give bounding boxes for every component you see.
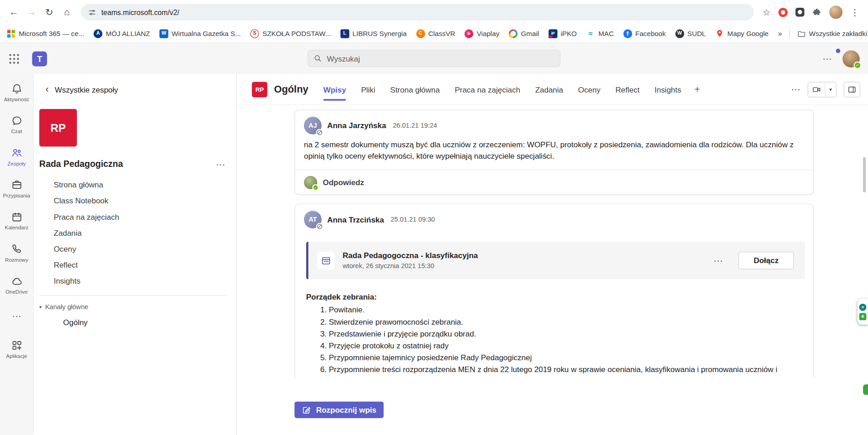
rail-label: Rozmowy bbox=[5, 256, 28, 262]
rail-item-activity[interactable]: Aktywność bbox=[0, 76, 33, 108]
all-teams-back-button[interactable]: ‹ Wszystkie zespoły bbox=[34, 83, 236, 95]
bookmark-label: SZKOŁA PODSTAW... bbox=[262, 30, 331, 37]
post-body: Porządek zebrania: Powitanie. Stwierdzen… bbox=[295, 280, 813, 378]
reply-avatar: ✓ bbox=[304, 176, 317, 189]
address-bar[interactable]: teams.microsoft.com/v2/ bbox=[81, 4, 754, 20]
compose-pencil-icon bbox=[302, 405, 311, 415]
sidebar-item-assignments[interactable]: Zadania bbox=[34, 224, 236, 240]
meet-split-button[interactable]: ▾ bbox=[808, 82, 837, 97]
sidebar-item-insights[interactable]: Insights bbox=[34, 273, 236, 289]
bookmark-item[interactable]: CClassVR bbox=[416, 29, 455, 38]
tab-files[interactable]: Pliki bbox=[361, 74, 375, 105]
teams-profile-avatar[interactable]: ✓ bbox=[842, 50, 860, 67]
browser-profile-avatar[interactable] bbox=[829, 5, 842, 19]
channel-more-icon[interactable]: ⋯ bbox=[791, 85, 800, 94]
chevron-down-icon[interactable]: ▾ bbox=[825, 82, 836, 97]
sidebar-item-home[interactable]: Strona główna bbox=[34, 176, 236, 192]
tab-insights[interactable]: Insights bbox=[654, 74, 681, 105]
browser-menu-icon[interactable]: ⋮ bbox=[850, 7, 859, 17]
scrollbar-thumb[interactable] bbox=[863, 157, 866, 192]
tab-assignments[interactable]: Zadania bbox=[535, 74, 563, 105]
adblock-extension-icon[interactable] bbox=[778, 7, 788, 17]
team-sidebar: ‹ Wszystkie zespoły RP Rada Pedagogiczna… bbox=[33, 74, 237, 435]
phone-icon bbox=[11, 243, 22, 254]
bookmark-item[interactable]: Microsoft 365 — ce... bbox=[7, 29, 84, 38]
open-panel-button[interactable] bbox=[844, 82, 860, 97]
rail-item-assignments[interactable]: Przypisania bbox=[0, 172, 33, 204]
app-launcher-icon[interactable] bbox=[8, 53, 20, 64]
allianz-icon: A bbox=[94, 29, 102, 38]
team-avatar[interactable]: RP bbox=[39, 109, 77, 146]
all-bookmarks-label: Wszystkie zakładki bbox=[809, 30, 867, 37]
back-button[interactable]: ← bbox=[5, 4, 22, 20]
rail-item-teams[interactable]: Zespoły bbox=[0, 140, 33, 172]
overlay-e-badge-icon[interactable]: e bbox=[859, 313, 867, 320]
join-meeting-button[interactable]: Dołącz bbox=[738, 252, 794, 269]
dark-extension-icon[interactable] bbox=[795, 8, 804, 16]
home-button[interactable]: ⌂ bbox=[59, 4, 75, 20]
extensions-puzzle-icon[interactable] bbox=[812, 7, 821, 17]
tab-classwork[interactable]: Praca na zajęciach bbox=[455, 74, 520, 105]
overlay-close-icon[interactable]: ✕ bbox=[859, 303, 867, 311]
divider bbox=[39, 295, 226, 296]
bookmark-item[interactable]: WSUDL bbox=[675, 29, 706, 38]
bookmarks-overflow-icon[interactable]: » bbox=[778, 29, 782, 37]
meeting-options-icon[interactable]: ⋯ bbox=[714, 256, 723, 265]
author-avatar[interactable]: AT bbox=[304, 211, 322, 228]
cloud-icon bbox=[11, 275, 22, 286]
facebook-icon: f bbox=[623, 29, 632, 38]
assignments-icon bbox=[11, 179, 22, 190]
agenda-item: Przypomnienie treści rozporządzenia MEN … bbox=[329, 364, 805, 378]
meeting-datetime: wtorek, 26 stycznia 2021 15:30 bbox=[343, 262, 714, 270]
rail-item-chat[interactable]: Czat bbox=[0, 109, 33, 140]
tab-posts[interactable]: Wpisy bbox=[323, 74, 346, 105]
bookmark-item[interactable]: Mapy Google bbox=[715, 29, 769, 38]
agenda-item: Przypomnienie tajemnicy posiedzenie Rady… bbox=[329, 352, 805, 363]
channels-section-header[interactable]: ▾ Kanały główne bbox=[39, 303, 236, 311]
bookmark-item[interactable]: ▶Viaplay bbox=[465, 29, 499, 38]
rail-item-onedrive[interactable]: OneDrive bbox=[0, 269, 33, 301]
meeting-card[interactable]: Rada Pedagogoczna - klasyfikacyjna wtore… bbox=[306, 242, 805, 279]
rail-item-calls[interactable]: Rozmowy bbox=[0, 237, 33, 269]
add-tab-button[interactable]: + bbox=[695, 84, 700, 95]
bookmark-star-icon[interactable]: ☆ bbox=[763, 7, 770, 17]
author-name: Anna Jarzyńska bbox=[327, 121, 386, 130]
meeting-calendar-icon bbox=[317, 252, 335, 269]
tab-home[interactable]: Strona główna bbox=[390, 74, 440, 105]
start-post-button[interactable]: Rozpocznij wpis bbox=[294, 402, 383, 418]
all-bookmarks-button[interactable]: Wszystkie zakładki bbox=[797, 29, 867, 38]
forward-button[interactable]: → bbox=[23, 4, 40, 20]
sidebar-item-classwork[interactable]: Praca na zajęciach bbox=[34, 208, 236, 224]
bookmark-item[interactable]: WWirtualna Gazetka S... bbox=[159, 29, 241, 38]
reply-button[interactable]: ✓ Odpowiedz bbox=[295, 170, 813, 194]
bookmark-item[interactable]: LLIBRUS Synergia bbox=[340, 29, 407, 38]
settings-more-icon[interactable]: ⋯ bbox=[823, 54, 832, 63]
search-input[interactable]: Wyszukaj bbox=[308, 50, 560, 67]
channel-item-general[interactable]: Ogólny bbox=[34, 314, 236, 330]
tab-grades[interactable]: Oceny bbox=[578, 74, 601, 105]
team-options-icon[interactable]: ⋯ bbox=[216, 160, 225, 169]
bookmark-item[interactable]: ≈MAC bbox=[586, 29, 613, 38]
sidebar-item-class-notebook[interactable]: Class Notebook bbox=[34, 192, 236, 208]
teams-top-right: ⋯ ✓ bbox=[823, 50, 868, 67]
sidebar-item-grades[interactable]: Oceny bbox=[34, 241, 236, 257]
avatar-initials: AJ bbox=[309, 122, 317, 129]
sidebar-item-reflect[interactable]: Reflect bbox=[34, 257, 236, 273]
bookmark-item[interactable]: AMÓJ ALLIANZ bbox=[94, 29, 150, 38]
rail-item-calendar[interactable]: Kalendarz bbox=[0, 205, 33, 237]
bookmark-item[interactable]: iPiPKO bbox=[549, 29, 577, 38]
channel-title: Ogólny bbox=[274, 83, 308, 95]
channel-team-avatar[interactable]: RP bbox=[252, 82, 267, 97]
reload-button[interactable]: ↻ bbox=[41, 4, 58, 20]
extension-edge-tab[interactable] bbox=[863, 384, 868, 395]
bookmark-item[interactable]: SSZKOŁA PODSTAW... bbox=[250, 29, 331, 38]
bookmark-label: Facebook bbox=[635, 30, 666, 37]
video-camera-icon bbox=[812, 85, 821, 93]
site-settings-icon[interactable] bbox=[88, 8, 96, 16]
rail-item-more[interactable]: ⋯ bbox=[0, 301, 33, 333]
rail-item-apps[interactable]: Aplikacje bbox=[0, 333, 33, 365]
bookmark-item[interactable]: Gmail bbox=[509, 29, 539, 38]
bookmark-item[interactable]: fFacebook bbox=[623, 29, 665, 38]
author-avatar[interactable]: AJ bbox=[304, 117, 322, 135]
tab-reflect[interactable]: Reflect bbox=[616, 74, 640, 105]
